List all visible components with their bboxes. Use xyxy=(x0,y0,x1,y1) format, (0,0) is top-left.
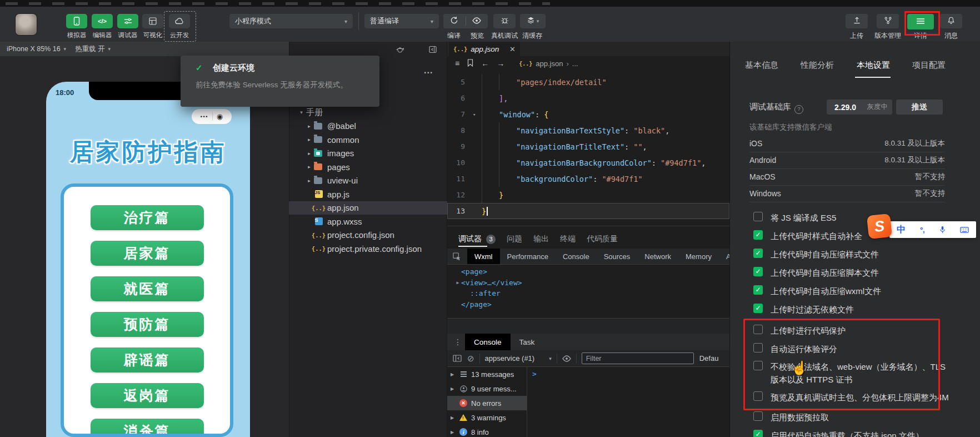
device-model-dropdown[interactable]: iPhone X 85% 16▾ xyxy=(7,44,66,54)
tab-performance-analysis[interactable]: 性能分析 xyxy=(801,60,834,71)
setting-compress-script[interactable]: 上传代码时自动压缩脚本文件 xyxy=(753,266,879,279)
close-capsule-icon[interactable]: ◉ xyxy=(217,112,223,121)
hot-reload-dropdown[interactable]: 热重载 开▾ xyxy=(75,44,111,54)
push-button[interactable]: 推送 xyxy=(896,100,943,115)
eye-watch-icon[interactable] xyxy=(562,355,571,362)
devtools-tab-console[interactable]: Console xyxy=(556,249,597,265)
tree-item-file[interactable]: app.js xyxy=(289,187,447,201)
wxml-element-tree[interactable]: <page> ▶<view>…</view> ::after </page> xyxy=(447,266,729,310)
code-editor[interactable]: 5"pages/index/detail" 6], 7▾"window": { … xyxy=(447,71,729,229)
tree-item-folder[interactable]: ▸ @babel xyxy=(289,120,447,133)
miniprogram-capsule[interactable]: ••• ◉ xyxy=(192,109,232,124)
console-group-info[interactable]: ▶ i 8 info xyxy=(447,425,527,437)
devtools-tab-wxml[interactable]: Wxml xyxy=(467,249,500,265)
mode-dropdown[interactable]: 小程序模式 ▾ xyxy=(229,14,353,28)
checkbox[interactable] xyxy=(753,212,763,221)
checkbox[interactable] xyxy=(753,411,763,421)
message-button[interactable] xyxy=(940,14,962,28)
wxml-node[interactable]: </page> xyxy=(447,299,729,310)
toolbar-button-clouddev[interactable]: 云开发 xyxy=(167,14,192,39)
nav-button-medical[interactable]: 就医篇 xyxy=(91,276,204,301)
device-debug-button[interactable] xyxy=(493,14,516,28)
user-avatar[interactable] xyxy=(16,14,37,35)
setting-hot-reload[interactable]: 启用代码自动热重载（不支持 json 文件） xyxy=(753,429,924,437)
checkbox[interactable] xyxy=(753,267,763,276)
setting-style-autocomplete[interactable]: 上传代码时样式自动补全 xyxy=(753,230,862,242)
forward-arrow-icon[interactable]: → xyxy=(497,59,504,68)
devtools-tab-memory[interactable]: Memory xyxy=(678,249,719,265)
devtools-tab-network[interactable]: Network xyxy=(637,249,678,265)
tab-console[interactable]: Console xyxy=(465,334,511,350)
breadcrumb[interactable]: {..} app.json › ... xyxy=(519,59,578,68)
ime-language-toggle[interactable]: 中 xyxy=(897,224,906,236)
setting-data-prefetch[interactable]: 启用数据预拉取 xyxy=(753,411,829,424)
back-arrow-icon[interactable]: ← xyxy=(481,59,489,68)
tab-debugger[interactable]: 调试器3 xyxy=(458,234,496,244)
tree-item-folder[interactable]: ▸ common xyxy=(289,133,447,147)
console-prompt[interactable]: > xyxy=(532,370,537,378)
tab-local-settings[interactable]: 本地设置 xyxy=(857,60,890,71)
devtools-tab-sources[interactable]: Sources xyxy=(597,249,638,265)
setting-filter-unused[interactable]: 上传时过滤无依赖文件 xyxy=(753,303,854,316)
toolbar-button-simulator[interactable]: 模拟器 xyxy=(64,14,89,39)
tab-project-config[interactable]: 项目配置 xyxy=(912,60,946,71)
js-context-dropdown[interactable]: appservice (#1) xyxy=(485,354,535,362)
nav-button-home[interactable]: 居家篇 xyxy=(91,241,204,266)
nav-button-treatment[interactable]: 治疗篇 xyxy=(91,205,204,230)
inspect-element-icon[interactable] xyxy=(453,252,461,261)
tab-terminal[interactable]: 终端 xyxy=(560,234,576,244)
checkbox[interactable] xyxy=(753,285,763,295)
setting-es5[interactable]: 将 JS 编译成 ES5 xyxy=(753,211,836,224)
tree-item-file[interactable]: project.config.json xyxy=(289,229,447,242)
tree-item-folder[interactable]: ▸ images xyxy=(289,147,447,161)
console-group-errors-selected[interactable]: ✕ No errors xyxy=(447,396,527,410)
toolbar-button-visualizer[interactable]: 可视化 xyxy=(140,14,166,39)
more-icon[interactable]: ••• xyxy=(201,114,208,120)
preview-button[interactable] xyxy=(466,16,488,26)
toolbar-button-editor[interactable]: </> 编辑器 xyxy=(89,14,115,39)
base-library-version-dropdown[interactable]: 2.29.0 灰度中 xyxy=(827,100,892,115)
checkbox[interactable] xyxy=(753,304,763,313)
checkbox[interactable] xyxy=(753,249,763,258)
bookmark-icon[interactable] xyxy=(467,59,473,68)
sidebar-toggle-icon[interactable] xyxy=(453,355,462,362)
tab-task[interactable]: Task xyxy=(511,334,544,350)
nav-button-rumor[interactable]: 辟谣篇 xyxy=(91,347,204,373)
devtools-tab-performance[interactable]: Performance xyxy=(500,249,556,265)
fold-chevron-icon[interactable]: ▾ xyxy=(473,112,482,117)
ime-punctuation-toggle[interactable]: º, xyxy=(920,226,924,234)
setting-compress-wxml[interactable]: 上传代码时自动压缩wxml文件 xyxy=(753,285,881,297)
tab-code-quality[interactable]: 代码质量 xyxy=(587,234,618,244)
tree-item-file-selected[interactable]: app.json xyxy=(289,201,447,215)
tab-basic-info[interactable]: 基本信息 xyxy=(745,60,778,71)
tab-output[interactable]: 输出 xyxy=(533,234,549,244)
compile-mode-dropdown[interactable]: 普通编译 ▾ xyxy=(364,14,439,28)
wxml-node[interactable]: ▶<view>…</view> xyxy=(447,277,729,289)
tree-item-file[interactable]: app.wxss xyxy=(289,215,447,229)
sogou-ime-bar[interactable]: 中 º, xyxy=(889,221,976,238)
sogou-ime-logo[interactable]: S xyxy=(867,213,892,239)
checkbox[interactable] xyxy=(753,430,763,437)
checkbox[interactable] xyxy=(753,230,763,240)
collapse-explorer-icon[interactable] xyxy=(429,46,437,56)
editor-tab-appjson[interactable]: {..} app.json ✕ xyxy=(449,42,520,56)
toolbar-button-debugger[interactable]: 调试器 xyxy=(115,14,141,39)
close-tab-icon[interactable]: ✕ xyxy=(509,45,516,53)
tree-item-file[interactable]: project.private.config.json xyxy=(289,242,447,256)
nav-button-prevention[interactable]: 预防篇 xyxy=(91,312,204,337)
help-icon[interactable]: ? xyxy=(794,105,803,114)
devtools-tab-application[interactable]: Ap xyxy=(719,249,729,265)
compile-button[interactable] xyxy=(443,16,466,27)
console-group-warnings[interactable]: ▶ 3 warnings xyxy=(447,410,527,425)
clear-cache-button[interactable]: ▾ xyxy=(520,14,546,28)
kebab-menu-icon[interactable]: ⋮ xyxy=(454,337,462,346)
upload-button[interactable] xyxy=(846,14,868,28)
keyboard-icon[interactable] xyxy=(960,227,969,233)
tree-item-folder[interactable]: ▸ pages xyxy=(289,160,447,174)
tab-problems[interactable]: 问题 xyxy=(507,234,522,244)
console-filter-input[interactable] xyxy=(582,352,694,364)
nav-button-return-work[interactable]: 返岗篇 xyxy=(91,383,204,408)
console-group-messages[interactable]: ▶ 13 messages xyxy=(447,367,527,381)
tree-item-folder[interactable]: ▸ uview-ui xyxy=(289,174,447,188)
explorer-overflow-menu[interactable]: ... xyxy=(424,66,433,76)
